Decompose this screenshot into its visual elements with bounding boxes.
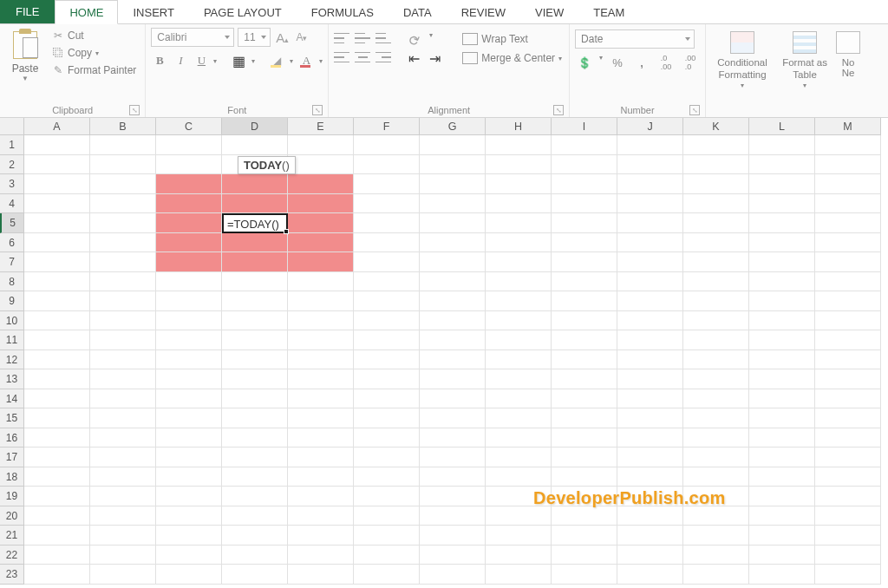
cell-D11[interactable] xyxy=(222,330,288,350)
cell-L8[interactable] xyxy=(749,272,815,292)
cell-L1[interactable] xyxy=(749,135,815,155)
cell-J11[interactable] xyxy=(617,330,683,350)
cell-E21[interactable] xyxy=(288,526,354,546)
cell-G18[interactable] xyxy=(420,467,486,487)
col-header-B[interactable]: B xyxy=(90,118,156,135)
cell-J13[interactable] xyxy=(617,369,683,389)
cell-L7[interactable] xyxy=(749,252,815,272)
cell-I2[interactable] xyxy=(552,155,617,175)
cell-E3[interactable] xyxy=(288,174,354,194)
cell-F2[interactable] xyxy=(354,155,420,175)
row-header-13[interactable]: 13 xyxy=(0,369,24,389)
cell-D23[interactable] xyxy=(222,565,288,585)
cell-I4[interactable] xyxy=(552,194,617,214)
cell-J23[interactable] xyxy=(617,565,683,585)
cell-F17[interactable] xyxy=(354,448,420,467)
cell-F4[interactable] xyxy=(354,194,420,214)
cell-D22[interactable] xyxy=(222,546,288,565)
borders-button[interactable]: ▦ xyxy=(229,52,248,69)
cell-E1[interactable] xyxy=(288,135,354,155)
chevron-down-icon[interactable]: ▾ xyxy=(290,57,293,65)
cell-B18[interactable] xyxy=(90,467,156,487)
fill-handle[interactable] xyxy=(284,229,289,234)
cell-G9[interactable] xyxy=(420,291,486,311)
font-dialog-launcher[interactable]: ⤡ xyxy=(312,105,323,115)
cell-A3[interactable] xyxy=(24,174,90,194)
cell-D10[interactable] xyxy=(222,311,288,331)
cell-H10[interactable] xyxy=(486,311,552,331)
italic-button[interactable]: I xyxy=(172,52,189,69)
cell-K1[interactable] xyxy=(683,135,749,155)
cell-L16[interactable] xyxy=(749,428,815,448)
row-header-5[interactable]: 5 xyxy=(0,213,24,233)
row-header-1[interactable]: 1 xyxy=(0,135,24,155)
cell-F13[interactable] xyxy=(354,369,420,389)
cell-E19[interactable] xyxy=(288,487,354,506)
cell-M19[interactable] xyxy=(815,487,881,506)
paste-button[interactable]: Paste ▼ xyxy=(5,28,45,103)
cell-E12[interactable] xyxy=(288,350,354,370)
font-color-button[interactable]: A xyxy=(297,52,316,69)
row-header-19[interactable]: 19 xyxy=(0,487,24,506)
cell-J9[interactable] xyxy=(617,291,683,311)
cell-A5[interactable] xyxy=(24,213,90,233)
cell-I21[interactable] xyxy=(552,526,617,546)
cell-K11[interactable] xyxy=(683,330,749,350)
cell-H7[interactable] xyxy=(486,252,552,272)
cell-I13[interactable] xyxy=(552,369,617,389)
row-header-7[interactable]: 7 xyxy=(0,252,24,272)
row-header-18[interactable]: 18 xyxy=(0,467,24,487)
tab-formulas[interactable]: FORMULAS xyxy=(297,0,388,23)
cell-H20[interactable] xyxy=(486,506,552,526)
cell-F12[interactable] xyxy=(354,350,420,370)
cell-C4[interactable] xyxy=(156,194,222,214)
row-header-2[interactable]: 2 xyxy=(0,155,24,175)
cell-H4[interactable] xyxy=(486,194,552,214)
cell-D12[interactable] xyxy=(222,350,288,370)
cell-I9[interactable] xyxy=(552,291,617,311)
cell-D4[interactable] xyxy=(222,194,288,214)
cell-L9[interactable] xyxy=(749,291,815,311)
cell-A8[interactable] xyxy=(24,272,90,292)
row-header-23[interactable]: 23 xyxy=(0,565,24,585)
cell-L21[interactable] xyxy=(749,526,815,546)
cell-B22[interactable] xyxy=(90,546,156,565)
cell-A13[interactable] xyxy=(24,369,90,389)
cell-I23[interactable] xyxy=(552,565,617,585)
cell-D16[interactable] xyxy=(222,428,288,448)
row-header-21[interactable]: 21 xyxy=(0,526,24,546)
cell-C6[interactable] xyxy=(156,233,222,253)
paste-dropdown-icon[interactable]: ▼ xyxy=(22,75,29,82)
cell-I10[interactable] xyxy=(552,311,617,331)
cell-K17[interactable] xyxy=(683,448,749,467)
font-size-select[interactable]: 11 xyxy=(238,28,271,47)
cell-J22[interactable] xyxy=(617,546,683,565)
cell-H12[interactable] xyxy=(486,350,552,370)
cell-H5[interactable] xyxy=(486,213,552,233)
row-header-12[interactable]: 12 xyxy=(0,350,24,370)
cell-G4[interactable] xyxy=(420,194,486,214)
cell-F22[interactable] xyxy=(354,546,420,565)
cell-B5[interactable] xyxy=(90,213,156,233)
cell-A23[interactable] xyxy=(24,565,90,585)
row-header-22[interactable]: 22 xyxy=(0,546,24,565)
cell-K14[interactable] xyxy=(683,389,749,409)
cell-C20[interactable] xyxy=(156,506,222,526)
cell-L12[interactable] xyxy=(749,350,815,370)
cell-H11[interactable] xyxy=(486,330,552,350)
cell-E4[interactable] xyxy=(288,194,354,214)
cell-I22[interactable] xyxy=(552,546,617,565)
row-header-10[interactable]: 10 xyxy=(0,311,24,331)
cell-K12[interactable] xyxy=(683,350,749,370)
cell-M10[interactable] xyxy=(815,311,881,331)
cell-F15[interactable] xyxy=(354,408,420,428)
cell-C22[interactable] xyxy=(156,546,222,565)
col-header-M[interactable]: M xyxy=(815,118,881,135)
cell-H8[interactable] xyxy=(486,272,552,292)
cell-E7[interactable] xyxy=(288,252,354,272)
cell-F7[interactable] xyxy=(354,252,420,272)
cell-C16[interactable] xyxy=(156,428,222,448)
cell-E13[interactable] xyxy=(288,369,354,389)
cell-M16[interactable] xyxy=(815,428,881,448)
cell-B21[interactable] xyxy=(90,526,156,546)
